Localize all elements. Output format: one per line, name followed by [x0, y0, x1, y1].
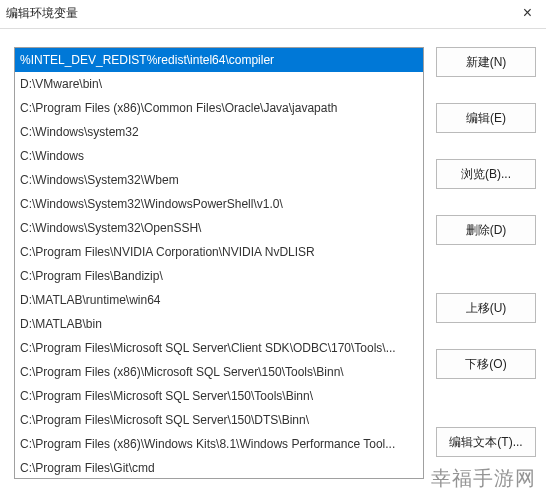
path-list-item[interactable]: C:\Windows\System32\Wbem — [15, 168, 423, 192]
new-button[interactable]: 新建(N) — [436, 47, 536, 77]
path-listbox[interactable]: %INTEL_DEV_REDIST%redist\intel64\compile… — [14, 47, 424, 479]
titlebar: 编辑环境变量 × — [0, 0, 546, 29]
watermark-text: 幸福手游网 — [431, 465, 536, 492]
path-list-item[interactable]: C:\Program Files\Git\cmd — [15, 456, 423, 479]
path-list-item[interactable]: C:\Windows — [15, 144, 423, 168]
path-list-item[interactable]: C:\Windows\system32 — [15, 120, 423, 144]
delete-button[interactable]: 删除(D) — [436, 215, 536, 245]
button-panel: 新建(N) 编辑(E) 浏览(B)... 删除(D) 上移(U) 下移(O) 编… — [436, 47, 536, 479]
path-list-item[interactable]: C:\Program Files\Microsoft SQL Server\15… — [15, 408, 423, 432]
path-list-item[interactable]: C:\Program Files\Microsoft SQL Server\Cl… — [15, 336, 423, 360]
path-list-item[interactable]: C:\Windows\System32\WindowsPowerShell\v1… — [15, 192, 423, 216]
path-list-item[interactable]: %INTEL_DEV_REDIST%redist\intel64\compile… — [15, 48, 423, 72]
path-list-item[interactable]: C:\Windows\System32\OpenSSH\ — [15, 216, 423, 240]
path-list-item[interactable]: C:\Program Files (x86)\Common Files\Orac… — [15, 96, 423, 120]
edit-button[interactable]: 编辑(E) — [436, 103, 536, 133]
path-list-item[interactable]: C:\Program Files\NVIDIA Corporation\NVID… — [15, 240, 423, 264]
close-icon[interactable]: × — [517, 4, 538, 22]
move-up-button[interactable]: 上移(U) — [436, 293, 536, 323]
path-list-item[interactable]: C:\Program Files (x86)\Microsoft SQL Ser… — [15, 360, 423, 384]
path-list-item[interactable]: D:\MATLAB\runtime\win64 — [15, 288, 423, 312]
path-list-item[interactable]: D:\VMware\bin\ — [15, 72, 423, 96]
edit-text-button[interactable]: 编辑文本(T)... — [436, 427, 536, 457]
path-list-item[interactable]: C:\Program Files\Bandizip\ — [15, 264, 423, 288]
path-list-item[interactable]: C:\Program Files\Microsoft SQL Server\15… — [15, 384, 423, 408]
move-down-button[interactable]: 下移(O) — [436, 349, 536, 379]
dialog-content: %INTEL_DEV_REDIST%redist\intel64\compile… — [0, 29, 546, 485]
window-title: 编辑环境变量 — [6, 5, 78, 22]
browse-button[interactable]: 浏览(B)... — [436, 159, 536, 189]
path-list-item[interactable]: D:\MATLAB\bin — [15, 312, 423, 336]
path-list-item[interactable]: C:\Program Files (x86)\Windows Kits\8.1\… — [15, 432, 423, 456]
